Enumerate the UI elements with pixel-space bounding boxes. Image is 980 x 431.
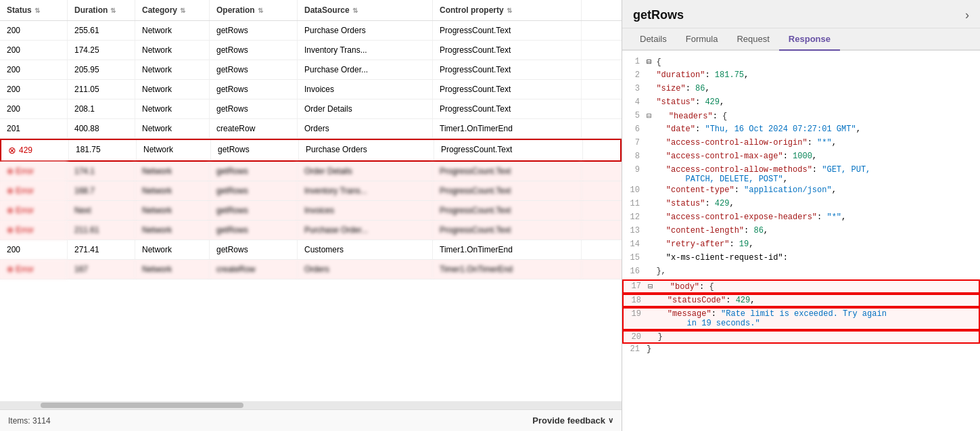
- table-cell-status: 200: [0, 80, 68, 99]
- table-row[interactable]: 200174.25NetworkgetRowsInventory Trans..…: [0, 41, 622, 60]
- col-header-duration[interactable]: Duration ⇅: [68, 0, 135, 20]
- col-header-category[interactable]: Category ⇅: [135, 0, 210, 20]
- code-line: 21}: [622, 344, 980, 357]
- table-cell: Purchase Order...: [298, 221, 433, 240]
- tab-formula[interactable]: Formula: [676, 28, 728, 51]
- line-number: 21: [622, 344, 647, 354]
- scrollbar-thumb[interactable]: [41, 403, 243, 408]
- line-content: "date": "Thu, 16 Oct 2024 07:27:01 GMT",: [647, 124, 980, 134]
- table-row[interactable]: ⊗ ErrorNextNetworkgetRowsInvoicesProgres…: [0, 201, 622, 221]
- line-number: 16: [622, 267, 647, 276]
- table-row[interactable]: 200208.1NetworkgetRowsOrder DetailsProgr…: [0, 99, 622, 119]
- table-cell: Order Details: [298, 99, 433, 118]
- table-row[interactable]: ⊗ Error174.1NetworkgetRowsOrder DetailsP…: [0, 162, 622, 181]
- table-row[interactable]: 201400.88NetworkcreateRowOrdersTimer1.On…: [0, 119, 622, 139]
- table-cell: ProgressCount.Text: [433, 60, 582, 79]
- sort-icon-duration: ⇅: [110, 7, 116, 14]
- sort-icon-control: ⇅: [507, 7, 512, 14]
- table-cell: 271.41: [68, 240, 135, 259]
- table-cell: Customers: [298, 240, 433, 259]
- code-panel[interactable]: 1⊟ {2 "duration": 181.75,3 "size": 86,4 …: [622, 51, 980, 431]
- code-line: 6 "date": "Thu, 16 Oct 2024 07:27:01 GMT…: [622, 124, 980, 137]
- table-cell: ProgressCount.Text: [433, 21, 582, 40]
- table-cell-status: ⊗ Error: [0, 260, 68, 279]
- line-content: "status": 429,: [647, 199, 980, 208]
- table-cell: Inventory Trans...: [298, 41, 433, 60]
- code-line: 2 "duration": 181.75,: [622, 70, 980, 83]
- table-cell: 167: [68, 260, 135, 279]
- table-cell: Next: [68, 201, 135, 220]
- table-header: Status ⇅ Duration ⇅ Category ⇅ Operation…: [0, 0, 622, 21]
- right-panel-header: getRows ›: [622, 0, 980, 28]
- table-footer: Items: 3114 Provide feedback ∨: [0, 409, 622, 431]
- table-row[interactable]: ⊗ Error211.61NetworkgetRowsPurchase Orde…: [0, 221, 622, 240]
- sort-icon-datasource: ⇅: [352, 7, 358, 14]
- table-body[interactable]: 200255.61NetworkgetRowsPurchase OrdersPr…: [0, 21, 622, 401]
- code-line: 10 "content-type": "application/json",: [622, 185, 980, 198]
- table-cell: ProgressCount.Text: [433, 201, 582, 220]
- table-row[interactable]: 200205.95NetworkgetRowsPurchase Order...…: [0, 60, 622, 80]
- sort-icon-category: ⇅: [180, 7, 185, 14]
- error-icon: ⊗: [7, 206, 14, 215]
- table-cell: Purchase Order...: [298, 60, 433, 79]
- code-line: 4 "status": 429,: [622, 97, 980, 110]
- line-content: "content-type": "application/json",: [647, 185, 980, 195]
- table-row[interactable]: 200255.61NetworkgetRowsPurchase OrdersPr…: [0, 21, 622, 41]
- table-cell: Purchase Orders: [298, 21, 433, 40]
- table-cell: Network: [135, 41, 210, 60]
- line-number: 20: [624, 332, 648, 342]
- table-row[interactable]: ⊗ 429181.75NetworkgetRowsPurchase Orders…: [0, 139, 622, 162]
- table-cell: 208.1: [68, 99, 135, 118]
- table-cell: getRows: [210, 99, 298, 118]
- line-number: 18: [624, 296, 648, 305]
- table-cell: Orders: [298, 119, 433, 138]
- right-panel-tabs: Details Formula Request Response: [622, 28, 980, 51]
- close-panel-button[interactable]: ›: [965, 8, 969, 22]
- col-header-operation[interactable]: Operation ⇅: [210, 0, 298, 20]
- line-number: 7: [622, 138, 647, 148]
- line-number: 8: [622, 152, 647, 161]
- line-content: ⊟ "body": {: [648, 281, 979, 292]
- table-cell: Network: [135, 201, 210, 220]
- table-row[interactable]: 200271.41NetworkgetRowsCustomersTimer1.O…: [0, 240, 622, 260]
- table-row[interactable]: ⊗ Error168.7NetworkgetRowsInventory Tran…: [0, 181, 622, 201]
- table-row[interactable]: 200211.05NetworkgetRowsInvoicesProgressC…: [0, 80, 622, 99]
- table-cell: Inventory Trans...: [298, 181, 433, 200]
- code-line: 11 "status": 429,: [622, 198, 980, 212]
- line-content: "duration": 181.75,: [647, 70, 980, 80]
- line-content: "size": 86,: [647, 84, 980, 93]
- table-cell: getRows: [210, 221, 298, 240]
- table-cell: ProgressCount.Text: [433, 221, 582, 240]
- right-panel-title: getRows: [633, 8, 684, 22]
- table-row[interactable]: ⊗ Error167NetworkcreateRowOrdersTimer1.O…: [0, 260, 622, 279]
- code-line: 8 "access-control-max-age": 1000,: [622, 151, 980, 164]
- line-content: "x-ms-client-request-id":: [647, 253, 980, 263]
- line-number: 4: [622, 97, 647, 107]
- col-header-control[interactable]: Control property ⇅: [433, 0, 582, 20]
- table-cell: Network: [135, 181, 210, 200]
- table-cell: getRows: [210, 41, 298, 60]
- code-line: 13 "content-length": 86,: [622, 225, 980, 239]
- line-content: "access-control-expose-headers": "*",: [647, 212, 980, 222]
- line-content: }: [647, 344, 980, 354]
- table-cell: getRows: [210, 162, 298, 181]
- col-header-status[interactable]: Status ⇅: [0, 0, 68, 20]
- horizontal-scrollbar[interactable]: [0, 401, 622, 409]
- tab-request[interactable]: Request: [727, 28, 778, 51]
- line-content: "content-length": 86,: [647, 226, 980, 235]
- code-line: 19 "message": "Rate limit is exceeded. T…: [622, 307, 980, 330]
- feedback-label: Provide feedback: [532, 415, 605, 426]
- table-cell: Timer1.OnTimerEnd: [433, 119, 582, 138]
- provide-feedback-button[interactable]: Provide feedback ∨: [532, 415, 613, 426]
- table-cell-status: ⊗ Error: [0, 201, 68, 220]
- line-number: 17: [624, 281, 648, 291]
- sort-icon-operation: ⇅: [258, 7, 263, 14]
- line-content: }: [648, 332, 979, 342]
- error-icon: ⊗: [7, 225, 14, 235]
- col-header-datasource[interactable]: DataSource ⇅: [298, 0, 433, 20]
- line-content: ⊟ "headers": {: [647, 111, 980, 121]
- table-cell: Network: [135, 80, 210, 99]
- line-content: },: [647, 267, 980, 276]
- tab-details[interactable]: Details: [630, 28, 676, 51]
- tab-response[interactable]: Response: [779, 28, 840, 51]
